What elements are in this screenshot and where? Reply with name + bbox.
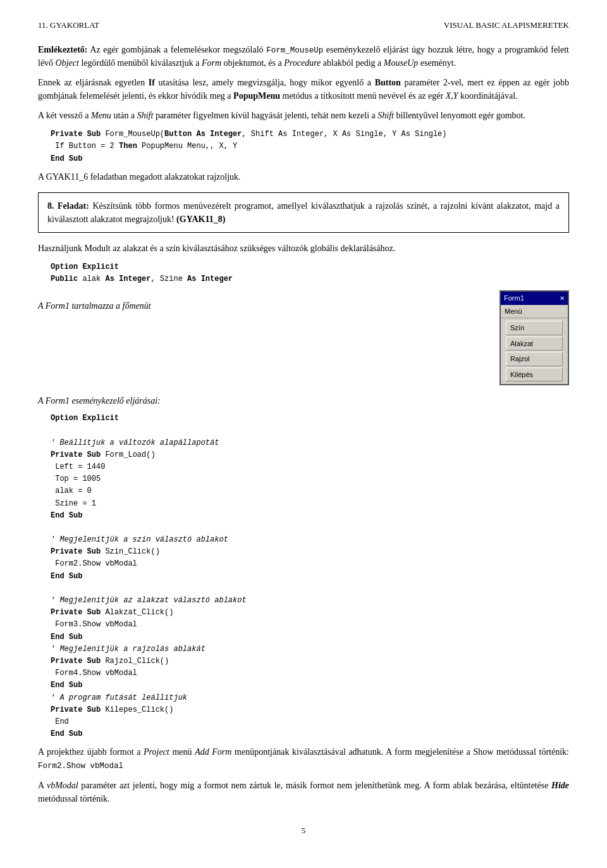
procedure-ref: Procedure bbox=[284, 58, 321, 68]
para-add-form: A projekthez újabb formot a Project menü… bbox=[38, 745, 569, 772]
cb3-end-sub2: End Sub bbox=[51, 572, 82, 581]
form1-title: Form1 bbox=[504, 293, 524, 304]
xy-coords: X,Y bbox=[446, 91, 458, 101]
page-header: 11. GYAKORLAT VISUAL BASIC ALAPISMERETEK bbox=[38, 19, 569, 32]
form2-show-ref: Form2.Show vbModal bbox=[38, 762, 123, 771]
form1-text-col: A Form1 tartalmazza a főmenüt bbox=[38, 290, 487, 316]
popupmenu-ref: PopupMenu bbox=[233, 91, 280, 101]
vbmodal-ref: vbModal bbox=[47, 781, 78, 790]
cb3-end-sub3: End Sub bbox=[51, 633, 82, 642]
form1-heading: A Form1 tartalmazza a főmenüt bbox=[38, 299, 487, 313]
para-modul: Használjunk Modult az alakzat és a szín … bbox=[38, 242, 569, 255]
para-vbmodal: A vbModal paraméter azt jelenti, hogy mí… bbox=[38, 779, 569, 805]
form1-menubar: Menü bbox=[501, 305, 568, 319]
button-param: Button bbox=[375, 78, 401, 87]
cb3-end-sub1: End Sub bbox=[51, 511, 82, 520]
para-gyak116: A GYAK11_6 feladatban megadott alakzatok… bbox=[38, 170, 569, 183]
task-8-code: (GYAK11_8) bbox=[176, 214, 225, 224]
if-keyword: If bbox=[149, 78, 155, 87]
reminder-bold-label: Emlékeztető: bbox=[38, 45, 88, 54]
cb3-end-sub4: End Sub bbox=[51, 681, 82, 690]
code-public-decl: Public bbox=[51, 275, 78, 283]
code-then-keyword: Then bbox=[119, 142, 137, 151]
code-as-integer: As Integer bbox=[105, 275, 150, 283]
cb3-private-sub-szin: Private Sub bbox=[51, 547, 101, 556]
code-private: Private Sub bbox=[51, 130, 101, 139]
cb3-private-sub-kilepes: Private Sub bbox=[51, 705, 101, 714]
book-title: VISUAL BASIC ALAPISMERETEK bbox=[444, 19, 569, 32]
form1-alakzat-btn[interactable]: Alakzat bbox=[506, 337, 563, 351]
cb3-comment1: ' Beállítjuk a változók alapállapotát bbox=[51, 438, 219, 447]
task-8-bold: 8. Feladat: bbox=[47, 201, 89, 211]
form1-menu-label: Menü bbox=[505, 307, 522, 315]
task-number: 8. Feladat: Készítsünk több formos menüv… bbox=[47, 201, 560, 224]
code-button-param: Button As Integer bbox=[164, 130, 242, 139]
object-ref: Object bbox=[56, 58, 79, 68]
hide-method-ref: Hide bbox=[551, 781, 569, 790]
code-block-form1-events: Option Explicit ' Beállítjuk a változók … bbox=[51, 412, 569, 740]
code-option-explicit: Option Explicit bbox=[51, 263, 119, 271]
form1-window: Form1 ✕ Menü Szín Alakzat Rajzol Kilépés bbox=[500, 290, 569, 385]
para-reminder: Emlékeztető: Az egér gombjának a felemel… bbox=[38, 43, 569, 70]
para-if-explanation: Ennek az eljárásnak egyetlen If utasítás… bbox=[38, 76, 569, 102]
form1-titlebar: Form1 ✕ bbox=[501, 292, 568, 305]
cb3-comment3: ' Megjelenítjük az alakzat választó abla… bbox=[51, 596, 247, 605]
shift-param2: Shift bbox=[377, 111, 394, 120]
form1-szin-btn[interactable]: Szín bbox=[506, 321, 563, 335]
cb3-comment5: ' A program futását leállítjuk bbox=[51, 693, 187, 702]
chapter-label: 11. GYAKORLAT bbox=[38, 19, 99, 32]
code-block-form-mouseup: Private Sub Form_MouseUp(Button As Integ… bbox=[51, 128, 569, 165]
cb3-comment2: ' Megjelenítjük a szín választó ablakot bbox=[51, 535, 228, 544]
form1-image-col: Form1 ✕ Menü Szín Alakzat Rajzol Kilépés bbox=[500, 290, 569, 385]
reminder-text: Az egér gombjának a felemelésekor megszó… bbox=[38, 45, 569, 68]
form1-body: Szín Alakzat Rajzol Kilépés bbox=[501, 318, 568, 384]
form1-rajzol-btn[interactable]: Rajzol bbox=[506, 352, 563, 366]
para-two-commas: A két vessző a Menu után a Shift paramét… bbox=[38, 109, 569, 122]
form1-section: A Form1 tartalmazza a főmenüt Form1 ✕ Me… bbox=[38, 290, 569, 385]
form-mouseup-ref: Form_MouseUp bbox=[266, 46, 323, 55]
form1-close-btn: ✕ bbox=[560, 294, 565, 303]
menu-ref: Menu bbox=[91, 111, 111, 120]
cb3-private-sub-alakzat: Private Sub bbox=[51, 608, 101, 617]
page-footer: 5 bbox=[38, 824, 569, 837]
shift-param: Shift bbox=[137, 111, 154, 120]
page-number: 5 bbox=[302, 826, 306, 835]
code-end-sub: End Sub bbox=[51, 154, 82, 163]
form-ref: Form bbox=[202, 58, 221, 68]
cb3-end-sub5: End Sub bbox=[51, 729, 82, 738]
form1-kilepes-btn[interactable]: Kilépés bbox=[506, 368, 563, 382]
cb3-comment4: ' Megjelenítjük a rajzolás ablakát bbox=[51, 645, 205, 654]
form1-events-heading: A Form1 eseménykezelő eljárásai: bbox=[38, 394, 569, 407]
project-menu-ref: Project bbox=[144, 747, 169, 757]
task-8-box: 8. Feladat: Készítsünk több formos menüv… bbox=[38, 192, 569, 233]
add-form-ref: Add Form bbox=[195, 747, 231, 757]
mouseup-ref: MouseUp bbox=[384, 58, 418, 68]
code-as-integer2: As Integer bbox=[187, 275, 233, 283]
code-block-option-explicit: Option Explicit Public alak As Integer, … bbox=[51, 261, 569, 285]
cb3-private-sub-load: Private Sub bbox=[51, 450, 101, 459]
cb3-private-sub-rajzol: Private Sub bbox=[51, 657, 101, 666]
cb3-option: Option Explicit bbox=[51, 414, 119, 423]
